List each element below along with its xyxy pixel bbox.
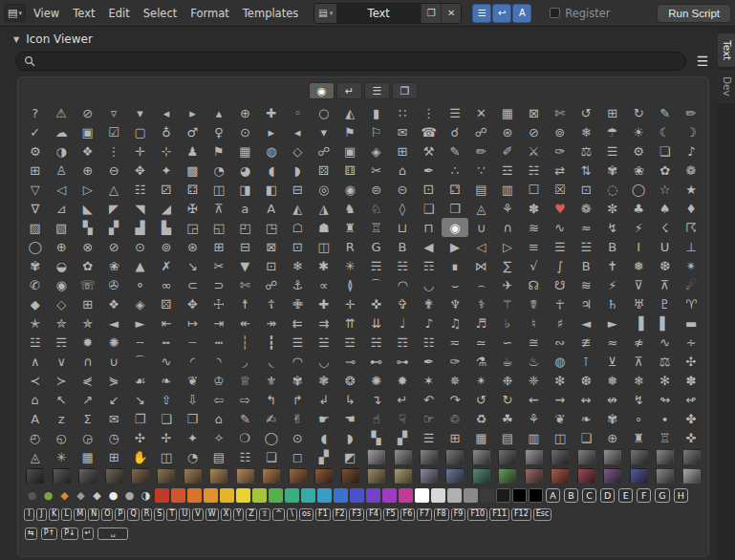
grid-icon[interactable]: ▣ [75, 122, 100, 141]
grid-icon[interactable]: ⚚ [494, 294, 520, 313]
grid-icon[interactable]: ⋮ [100, 141, 126, 161]
grid-icon[interactable]: ◈ [127, 294, 153, 313]
grid-icon[interactable]: ≈ [599, 333, 625, 352]
grid-icon[interactable]: ∽ [494, 333, 520, 352]
colored-shape-icon[interactable]: ● [40, 490, 56, 501]
grid-icon[interactable]: ✥ [180, 294, 205, 313]
brush-preview-cell[interactable] [389, 447, 415, 466]
grid-icon[interactable]: ↘ [127, 390, 153, 409]
grid-icon[interactable]: ♇ [652, 294, 678, 313]
grid-icon[interactable]: ✎ [442, 141, 467, 161]
grid-icon[interactable]: ❒ [442, 199, 467, 218]
color-swatch[interactable] [512, 488, 527, 503]
grid-icon[interactable]: ☦ [258, 294, 284, 313]
grid-icon[interactable]: ◤ [100, 199, 126, 218]
grid-icon[interactable]: ◫ [205, 180, 231, 199]
grid-icon[interactable]: ◍ [547, 352, 573, 371]
brush-preview-cell[interactable] [599, 447, 625, 466]
grid-icon[interactable]: ▸ [258, 122, 284, 141]
grid-icon[interactable]: ⚗ [468, 352, 494, 371]
grid-icon[interactable]: ≉ [625, 333, 651, 352]
panel-menu-icon[interactable]: ☰ [695, 54, 710, 69]
grid-icon[interactable]: ✠ [180, 199, 205, 218]
grid-icon[interactable]: ▼ [232, 256, 258, 275]
grid-icon[interactable]: ↷ [442, 390, 467, 409]
grid-icon[interactable]: ♪ [416, 313, 442, 333]
key-icon[interactable]: Esc [533, 508, 552, 521]
grid-icon[interactable]: ▴ [205, 103, 231, 122]
grid-icon[interactable]: ◌ [599, 180, 625, 199]
key-icon[interactable]: os [299, 508, 313, 521]
grid-icon[interactable]: ✺ [100, 333, 126, 352]
grid-icon[interactable]: ◒ [48, 256, 74, 275]
grid-icon[interactable]: ◰ [232, 218, 258, 237]
grid-icon[interactable]: ⇄ [547, 161, 573, 180]
list-icon-button[interactable]: ☰ [364, 82, 390, 99]
grid-icon[interactable]: ↫ [678, 390, 703, 409]
key-icon[interactable]: Z [246, 508, 256, 521]
grid-icon[interactable]: ☕ [494, 352, 520, 371]
grid-icon[interactable]: ⊼ [205, 199, 231, 218]
grid-icon[interactable]: ❖ [100, 294, 126, 313]
grid-icon[interactable]: ∻ [678, 333, 703, 352]
color-swatch[interactable] [366, 488, 380, 503]
key-icon[interactable]: F10 [467, 508, 487, 521]
color-swatch[interactable] [350, 488, 364, 503]
grid-icon[interactable]: ♪ [678, 141, 703, 161]
grid-icon[interactable]: ◑ [48, 141, 74, 161]
color-swatch[interactable] [301, 488, 315, 503]
grid-icon[interactable]: ❇ [547, 371, 573, 390]
grid-icon[interactable]: ∇ [22, 199, 48, 218]
grid-icon[interactable]: ≋ [573, 275, 599, 294]
grid-icon[interactable]: ☷ [127, 180, 153, 199]
grid-icon[interactable]: ▽ [22, 180, 48, 199]
key-icon[interactable]: P↑ [41, 528, 58, 540]
grid-icon[interactable]: ⚘ [494, 199, 520, 218]
grid-icon[interactable]: ↻ [625, 103, 651, 122]
brush-preview-cell[interactable] [285, 466, 311, 485]
grid-icon[interactable]: ✏ [678, 103, 703, 122]
key-icon[interactable]: L [61, 508, 72, 521]
grid-icon[interactable]: ❉ [494, 371, 520, 390]
grid-icon[interactable]: ❀ [100, 256, 126, 275]
sidebar-tab-dev[interactable]: Dev [718, 70, 735, 103]
grid-icon[interactable]: ◀ [416, 237, 442, 256]
grid-icon[interactable]: ∿ [652, 333, 678, 352]
brush-preview-cell[interactable] [547, 447, 573, 466]
grid-icon[interactable]: ◴ [22, 428, 48, 447]
color-swatch[interactable] [431, 488, 445, 503]
grid-icon[interactable]: ⊷ [363, 352, 389, 371]
color-swatch[interactable] [187, 488, 202, 503]
grid-icon[interactable]: ◂ [285, 122, 311, 141]
grid-icon[interactable]: ↠ [258, 313, 284, 333]
grid-icon[interactable]: ☗ [311, 218, 336, 237]
grid-icon[interactable]: ⊔ [389, 218, 415, 237]
grid-icon[interactable]: ⇉ [311, 313, 336, 333]
grid-icon[interactable]: ◁ [468, 237, 494, 256]
grid-icon[interactable]: ∿ [153, 352, 179, 371]
key-icon[interactable]: ↵ [82, 528, 95, 540]
grid-icon[interactable]: ♲ [442, 409, 467, 428]
grid-icon[interactable]: ✝ [599, 256, 625, 275]
grid-icon[interactable]: ╌ [127, 333, 153, 352]
brush-preview-cell[interactable] [311, 466, 336, 485]
grid-icon[interactable]: ♜ [336, 218, 362, 237]
grid-icon[interactable]: ✧ [205, 428, 231, 447]
grid-icon[interactable]: ☵ [521, 161, 547, 180]
grid-icon[interactable]: ⊗ [75, 237, 100, 256]
grid-icon[interactable]: ⊙ [127, 237, 153, 256]
key-icon[interactable]: F6 [400, 508, 416, 521]
grid-icon[interactable]: ╍ [153, 333, 179, 352]
grid-icon[interactable]: ⇧ [153, 390, 179, 409]
grid-icon[interactable]: ◯ [22, 237, 48, 256]
key-icon[interactable]: X [221, 508, 231, 521]
grid-icon[interactable]: ⊞ [599, 103, 625, 122]
color-swatch[interactable] [236, 488, 250, 503]
brush-preview-cell[interactable] [127, 466, 153, 485]
grid-icon[interactable]: ◇ [285, 141, 311, 161]
key-icon[interactable]: F11 [489, 508, 509, 521]
grid-icon[interactable]: ✚ [311, 294, 336, 313]
grid-icon[interactable]: ☍ [311, 141, 336, 161]
grid-icon[interactable]: ❅ [625, 256, 651, 275]
toggle-line-numbers[interactable]: ☰ [472, 4, 491, 23]
